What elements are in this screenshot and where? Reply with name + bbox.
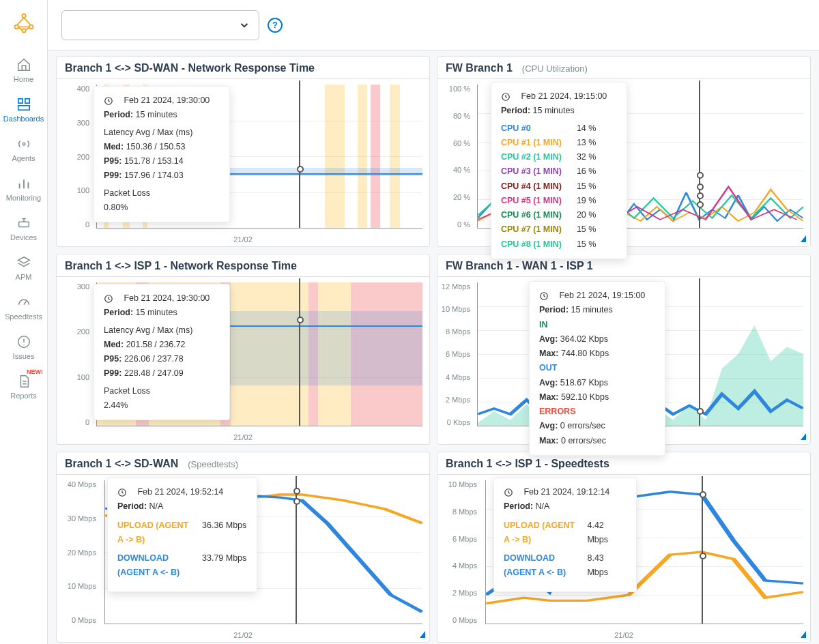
topbar: ? [48, 0, 819, 50]
chart-tooltip: Feb 21 2024, 19:30:00 Period: 15 minutes… [94, 284, 230, 420]
svg-point-1 [14, 25, 18, 29]
speed-series-label: UPLOAD (AGENT A -> B) [117, 518, 192, 548]
chart-area[interactable]: 3002001000 21/02 Feb 21 2024, 19:30:00 P… [57, 277, 429, 444]
svg-rect-4 [18, 99, 22, 103]
cpu-series-label: CPU #3 (1 MIN) [501, 164, 562, 179]
nav-label: APM [16, 273, 32, 281]
panel-speed-isp1: Branch 1 <-> ISP 1 - Speedtests 10 Mbps8… [437, 452, 811, 643]
panel-wan-traffic: FW Branch 1 - WAN 1 - ISP 1 12 Mbps10 Mb… [437, 254, 811, 445]
nav-label: Agents [12, 154, 35, 162]
traffic-stat: Avg: 0 errors/sec [539, 419, 655, 433]
nav-agents[interactable]: Agents [0, 130, 47, 169]
panel-subtitle: (Speedtests) [188, 459, 238, 469]
svg-rect-5 [25, 99, 29, 103]
chart-tooltip: Feb 21 2024, 19:15:00 Period: 15 minutes… [491, 82, 627, 259]
cpu-series-value: 16 % [577, 164, 608, 179]
cpu-series-label: CPU #8 (1 MIN) [501, 237, 562, 252]
y-axis: 12 Mbps10 Mbps8 Mbps6 Mbps4 Mbps2 Mbps0 … [437, 282, 474, 426]
device-icon [16, 216, 31, 231]
y-axis: 100 %80 %60 %40 %20 %0 % [437, 85, 474, 229]
help-button[interactable]: ? [268, 18, 283, 33]
period-value: 15 minutes [136, 110, 177, 119]
chart-area[interactable]: 4003002001000 21/02 Feb 21 2024, 19:30:0… [57, 79, 429, 246]
svg-point-7 [23, 143, 25, 145]
clock-icon [539, 291, 549, 301]
nav-apm[interactable]: APM [0, 248, 47, 288]
traffic-stat: Avg: 518.67 Kbps [539, 376, 655, 390]
cpu-series-label: CPU #6 (1 MIN) [501, 208, 562, 222]
new-badge: NEW! [27, 368, 43, 375]
nav-label: Monitoring [6, 194, 41, 202]
traffic-stat: Max: 744.80 Kbps [539, 347, 655, 361]
speed-series-value: 8.43 Mbps [587, 551, 627, 581]
cpu-series-label: CPU #1 (1 MIN) [501, 136, 562, 150]
clock-icon [117, 488, 127, 497]
panel-nrt-sdwan: Branch 1 <-> SD-WAN - Network Response T… [56, 56, 430, 247]
tooltip-time: Feb 21 2024, 19:15:00 [559, 289, 645, 303]
chart-tooltip: Feb 21 2024, 19:12:14 Period: N/A UPLOAD… [493, 478, 637, 592]
cpu-series-value: 15 % [577, 237, 608, 252]
nav-label: Speedtests [5, 312, 42, 321]
nav-home[interactable]: Home [0, 50, 47, 90]
nav-issues[interactable]: Issues [0, 327, 47, 367]
tooltip-time: Feb 21 2024, 19:30:00 [124, 291, 210, 306]
traffic-stat: Avg: 364.02 Kbps [539, 332, 655, 347]
traffic-stat: Max: 592.10 Kbps [539, 390, 655, 405]
tooltip-time: Feb 21 2024, 19:52:14 [137, 485, 223, 499]
chart-tooltip: Feb 21 2024, 19:15:00 Period: 15 minutes… [529, 281, 665, 456]
layers-icon [16, 255, 31, 270]
chart-area[interactable]: 40 Mbps30 Mbps20 Mbps10 Mbps0 Mbps 21/02… [57, 475, 429, 642]
nav-monitoring[interactable]: Monitoring [0, 169, 47, 209]
panel-nrt-isp1: Branch 1 <-> ISP 1 - Network Response Ti… [56, 254, 430, 445]
expand-toggle[interactable] [801, 631, 806, 638]
panel-title: FW Branch 1 [446, 62, 513, 74]
nav-dashboards[interactable]: Dashboards [0, 90, 47, 130]
nav-speedtests[interactable]: Speedtests [0, 288, 47, 327]
period-label: Period: [104, 110, 133, 119]
y-axis: 10 Mbps8 Mbps6 Mbps4 Mbps2 Mbps0 Mbps [437, 480, 481, 624]
nav-reports[interactable]: NEW! Reports [0, 367, 47, 407]
nav-label: Issues [13, 352, 35, 360]
panel-title: Branch 1 <-> SD-WAN - Network Response T… [65, 62, 315, 74]
dashboard-selector[interactable] [61, 10, 259, 40]
panel-subtitle: (CPU Utilization) [522, 63, 588, 74]
chart-area[interactable]: 12 Mbps10 Mbps8 Mbps6 Mbps4 Mbps2 Mbps0 … [437, 277, 810, 444]
tooltip-time: Feb 21 2024, 19:12:14 [523, 485, 609, 499]
chart-area[interactable]: 10 Mbps8 Mbps6 Mbps4 Mbps2 Mbps0 Mbps 21… [437, 475, 810, 642]
speed-series-row: DOWNLOAD (AGENT A <- B)33.79 Mbps [117, 551, 247, 581]
dashboard-grid: Branch 1 <-> SD-WAN - Network Response T… [48, 50, 819, 644]
tooltip-time: Feb 21 2024, 19:30:00 [124, 93, 210, 108]
nav-label: Reports [10, 392, 37, 400]
panel-title: FW Branch 1 - WAN 1 - ISP 1 [446, 260, 593, 272]
cpu-series-label: CPU #7 (1 MIN) [501, 222, 562, 237]
pl-value: 0.80% [104, 201, 220, 215]
svg-rect-8 [18, 222, 29, 226]
speed-series-row: UPLOAD (AGENT A -> B)36.36 Mbps [117, 518, 247, 548]
alert-icon [16, 334, 31, 349]
cpu-series-value: 20 % [577, 208, 608, 222]
expand-toggle[interactable] [801, 235, 806, 242]
speed-series-label: DOWNLOAD (AGENT A <- B) [117, 551, 192, 581]
speed-series-value: 36.36 Mbps [202, 518, 246, 548]
expand-toggle[interactable] [801, 433, 806, 440]
y-axis: 3002001000 [57, 282, 94, 426]
chart-tooltip: Feb 21 2024, 19:30:00 Period: 15 minutes… [94, 86, 230, 222]
x-label: 21/02 [57, 631, 429, 639]
gauge-icon [16, 295, 31, 310]
speed-series-label: UPLOAD (AGENT A -> B) [504, 518, 577, 548]
panel-speed-sdwan: Branch 1 <-> SD-WAN (Speedtests) 40 Mbps… [56, 452, 430, 643]
expand-toggle[interactable] [420, 631, 425, 638]
app-logo [10, 10, 38, 37]
nav-devices[interactable]: Devices [0, 209, 47, 248]
svg-rect-6 [18, 106, 29, 110]
svg-point-0 [22, 14, 25, 18]
speed-series-value: 4.42 Mbps [587, 518, 627, 548]
speed-series-row: DOWNLOAD (AGENT A <- B)8.43 Mbps [504, 551, 627, 581]
clock-icon [501, 92, 511, 102]
cpu-series-value: 32 % [577, 150, 608, 164]
clock-icon [504, 488, 513, 497]
x-label: 21/02 [57, 235, 429, 244]
chart-area[interactable]: 100 %80 %60 %40 %20 %0 % Feb 21 2024, 19… [437, 79, 810, 246]
traffic-group-header: ERRORS [539, 405, 655, 419]
cpu-series-label: CPU #2 (1 MIN) [501, 150, 562, 164]
